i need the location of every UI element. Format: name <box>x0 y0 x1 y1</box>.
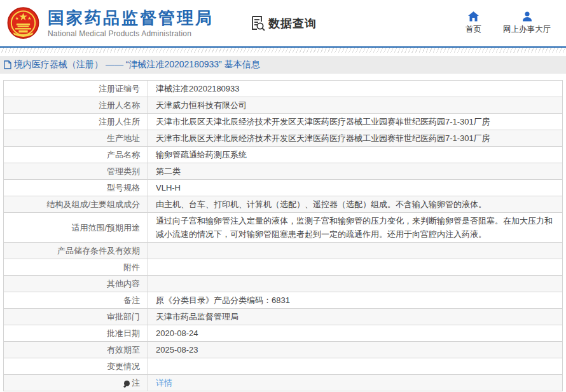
row-value: 由主机、台车、打印机、计算机（选配）、遥控器（选配）组成。不含输入输卵管的液体。 <box>148 196 563 213</box>
row-value: 原《分类目录》产品分类编码：6831 <box>148 292 563 309</box>
detail-link[interactable]: 详情 <box>156 378 172 388</box>
org-title-block: 国家药品监督管理局 National Medical Products Admi… <box>48 8 214 38</box>
table-row: 注册人名称天津威力恒科技有限公司 <box>4 97 563 114</box>
table-row: 型号规格VLH-H <box>4 180 563 196</box>
table-row: 备注原《分类目录》产品分类编码：6831 <box>4 292 563 309</box>
gap <box>0 74 566 80</box>
row-value: VLH-H <box>148 180 563 196</box>
top-nav: 首页 网上办事大厅 <box>466 11 551 35</box>
row-label: 型号规格 <box>4 180 148 196</box>
nav-service-hall[interactable]: 网上办事大厅 <box>503 11 551 35</box>
nav-service-hall-label: 网上办事大厅 <box>503 24 551 35</box>
person-icon <box>522 11 532 22</box>
breadcrumb: 境内医疗器械（注册） —— “津械注准20202180933” 基本信息 <box>14 59 260 71</box>
module-title: 数据查询 <box>268 16 317 31</box>
row-label: 管理类别 <box>4 163 148 180</box>
table-row: 批准日期2020-08-24 <box>4 325 563 342</box>
table-row: 其他内容 <box>4 276 563 292</box>
row-value <box>148 276 563 292</box>
registration-info-section: 注册证编号津械注准20202180933注册人名称天津威力恒科技有限公司注册人住… <box>0 80 566 391</box>
registration-info-table: 注册证编号津械注准20202180933注册人名称天津威力恒科技有限公司注册人住… <box>3 80 563 391</box>
table-row: 注册证编号津械注准20202180933 <box>4 81 563 97</box>
row-label: 注册人名称 <box>4 97 148 114</box>
row-value <box>148 358 563 375</box>
row-label: 批准日期 <box>4 325 148 342</box>
row-label: 注册人住所 <box>4 114 148 130</box>
row-value: 天津威力恒科技有限公司 <box>148 97 563 114</box>
hatch-stripe-band <box>0 48 566 53</box>
table-row: 有效期至2025-08-23 <box>4 342 563 358</box>
table-row: 注详情 <box>4 375 563 391</box>
row-value: 2020-08-24 <box>148 325 563 342</box>
row-value: 天津市北辰区天津北辰经济技术开发区天津医药医疗器械工业园赛菲世纪医药园7-1-3… <box>148 130 563 147</box>
row-label: 审批部门 <box>4 309 148 325</box>
row-label: 产品储存条件及有效期 <box>4 243 148 259</box>
table-row: 产品储存条件及有效期 <box>4 243 563 259</box>
row-label: 结构及组成/主要组成成分 <box>4 196 148 213</box>
table-row: 变更情况 <box>4 358 563 375</box>
table-row: 适用范围/预期用途通过向子宫和输卵管注入定量的液体，监测子宫和输卵管的压力变化，… <box>4 213 563 243</box>
org-name-en: National Medical Products Administration <box>48 29 214 38</box>
row-label: 附件 <box>4 259 148 276</box>
table-row: 生产地址天津市北辰区天津北辰经济技术开发区天津医药医疗器械工业园赛菲世纪医药园7… <box>4 130 563 147</box>
row-label: 有效期至 <box>4 342 148 358</box>
info-table-body: 注册证编号津械注准20202180933注册人名称天津威力恒科技有限公司注册人住… <box>4 81 563 391</box>
row-value: 津械注准20202180933 <box>148 81 563 97</box>
home-icon <box>468 11 479 22</box>
row-label: 注册证编号 <box>4 81 148 97</box>
row-value: 输卵管疏通给药测压系统 <box>148 147 563 163</box>
row-value <box>148 243 563 259</box>
table-row: 产品名称输卵管疏通给药测压系统 <box>4 147 563 163</box>
row-value: 第二类 <box>148 163 563 180</box>
data-query-module: 数据查询 <box>249 15 317 32</box>
row-label: 生产地址 <box>4 130 148 147</box>
row-value: 天津市药品监督管理局 <box>148 309 563 325</box>
org-name: 国家药品监督管理局 <box>48 8 214 27</box>
row-label: 其他内容 <box>4 276 148 292</box>
document-icon <box>4 60 11 69</box>
row-value <box>148 259 563 276</box>
table-row: 附件 <box>4 259 563 276</box>
row-label: 产品名称 <box>4 147 148 163</box>
data-query-icon <box>249 15 266 32</box>
nav-home[interactable]: 首页 <box>466 11 481 35</box>
table-row: 结构及组成/主要组成成分由主机、台车、打印机、计算机（选配）、遥控器（选配）组成… <box>4 196 563 213</box>
nav-home-label: 首页 <box>466 24 481 35</box>
table-row: 管理类别第二类 <box>4 163 563 180</box>
national-emblem-logo <box>5 6 41 41</box>
bulb-icon <box>124 381 130 386</box>
row-value: 天津市北辰区天津北辰经济技术开发区天津医药医疗器械工业园赛菲世纪医药园7-1-3… <box>148 114 563 130</box>
table-row: 审批部门天津市药品监督管理局 <box>4 309 563 325</box>
table-row: 注册人住所天津市北辰区天津北辰经济技术开发区天津医药医疗器械工业园赛菲世纪医药园… <box>4 114 563 130</box>
row-label: 变更情况 <box>4 358 148 375</box>
page-header: 国家药品监督管理局 National Medical Products Admi… <box>0 0 566 46</box>
row-value: 2025-08-23 <box>148 342 563 358</box>
row-label: 适用范围/预期用途 <box>4 213 148 243</box>
row-label: 备注 <box>4 292 148 309</box>
row-value: 详情 <box>148 375 563 391</box>
row-value: 通过向子宫和输卵管注入定量的液体，监测子宫和输卵管的压力变化，来判断输卵管是否阻… <box>148 213 563 243</box>
breadcrumb-band: 境内医疗器械（注册） —— “津械注准20202180933” 基本信息 <box>0 56 566 74</box>
row-label: 注 <box>4 375 148 391</box>
